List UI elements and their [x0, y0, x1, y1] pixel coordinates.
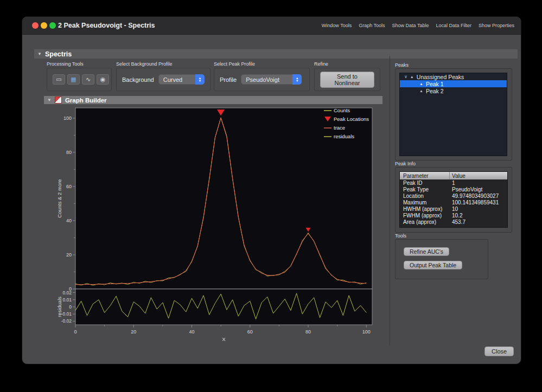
peak-info-panel-label: Peak Info: [395, 161, 416, 166]
peak-icon: ▲: [419, 89, 423, 93]
close-window-button[interactable]: [32, 22, 39, 29]
legend-label[interactable]: Counts: [334, 107, 350, 113]
y-tick-label: 80: [66, 150, 72, 155]
column-header-parameter: Parameter: [400, 172, 450, 179]
grid-icon: ▦: [71, 76, 76, 82]
close-button[interactable]: Close: [484, 346, 514, 356]
selection-rect-icon: ▭: [56, 76, 61, 82]
x-tick-label: 0: [74, 329, 76, 335]
x-tick-label: 40: [189, 329, 195, 335]
peak-group-icon: ▲: [410, 75, 414, 79]
peak-shape-tool-button[interactable]: ∿: [82, 74, 94, 85]
background-field-label: Background: [122, 76, 154, 83]
table-row: Area (approx)453.7: [400, 219, 507, 225]
table-row: Maximum100.141349859431: [400, 199, 507, 205]
background-profile-label: Select Background Profile: [116, 61, 211, 67]
menu-show-properties[interactable]: Show Properties: [479, 23, 514, 28]
desktop-background: 2 Peak Pseudovoigt - Spectris Window Too…: [0, 0, 542, 392]
tree-item-peak-1[interactable]: ▲ Peak 1: [400, 80, 507, 87]
graph-builder-section-title: Graph Builder: [65, 97, 107, 104]
refine-label: Refine: [314, 61, 380, 67]
column-header-value: Value: [450, 173, 507, 179]
point-icon: ◉: [100, 76, 106, 82]
menu-graph-tools[interactable]: Graph Tools: [359, 23, 385, 28]
disclosure-triangle-icon[interactable]: ▼: [47, 98, 52, 102]
titlebar[interactable]: 2 Peak Pseudovoigt - Spectris Window Too…: [22, 17, 521, 35]
table-row: FWHM (approx)10.2: [400, 212, 507, 219]
tree-item-label: Peak 1: [426, 81, 444, 87]
menu-show-data-table[interactable]: Show Data Table: [392, 23, 429, 28]
minimize-window-button[interactable]: [41, 22, 47, 29]
residual-tick-label: 0.02: [62, 290, 72, 295]
y-tick-label: 60: [66, 184, 72, 189]
residual-plot-area[interactable]: [75, 289, 372, 325]
refine-aucs-button[interactable]: Refine AUC's: [404, 247, 449, 256]
legend-label[interactable]: Peak Locations: [334, 116, 369, 122]
disclosure-triangle-icon[interactable]: ▼: [37, 52, 42, 56]
menu-local-data-filter[interactable]: Local Data Filter: [436, 23, 471, 28]
tree-item-label: Peak 2: [426, 88, 444, 94]
residual-tick-label: -0.01: [61, 311, 72, 317]
residual-tick-label: -0.02: [61, 318, 72, 324]
x-tick-label: 80: [305, 329, 311, 335]
processing-tools-label: Processing Tools: [47, 61, 112, 67]
graph-builder-section-header[interactable]: ▼ Graph Builder: [44, 96, 382, 104]
sidebar-divider: [390, 56, 390, 345]
processing-tools-group: Processing Tools ▭ ▦ ∿ ◉: [47, 61, 112, 91]
profile-field-label: Profile: [220, 76, 237, 83]
legend-label[interactable]: residuals: [334, 133, 354, 139]
refine-group: Refine Send to Nonlinear: [314, 61, 380, 91]
residual-tick-label: 0: [69, 304, 72, 310]
background-profile-group: Select Background Profile Background Cur…: [116, 61, 211, 91]
x-tick-label: 20: [131, 329, 136, 335]
peak-info-table: Parameter Value Peak ID1 Peak TypePseudo…: [399, 171, 508, 228]
peak-profile-label: Select Peak Profile: [214, 61, 310, 67]
y-tick-label: 100: [63, 115, 72, 121]
residual-tick-label: 0.01: [62, 297, 72, 303]
menu-window-tools[interactable]: Window Tools: [322, 23, 352, 28]
peak-info-table-header: Parameter Value: [400, 172, 507, 179]
curve-icon: ∿: [86, 76, 91, 82]
residual-axis-title: residuals: [56, 297, 62, 317]
tree-item-peak-2[interactable]: ▲ Peak 2: [400, 87, 507, 94]
stepper-down-icon: ▼: [296, 80, 298, 82]
point-tool-button[interactable]: ◉: [97, 74, 109, 85]
legend-label[interactable]: trace: [334, 125, 345, 131]
zoom-window-button[interactable]: [49, 22, 56, 29]
spectral-plot[interactable]: 020406080100-0.02-0.0100.010.02020406080…: [55, 105, 380, 343]
profile-select-value: PseudoVoigt: [246, 76, 290, 83]
main-plot-area[interactable]: [75, 108, 372, 289]
table-row: Peak ID1: [400, 179, 507, 186]
spectris-section-header[interactable]: ▼ Spectris: [34, 49, 518, 59]
stepper-arrows-icon: ▲ ▼: [195, 74, 205, 85]
table-row: HWHM (approx)10: [400, 205, 507, 212]
app-window: 2 Peak Pseudovoigt - Spectris Window Too…: [22, 16, 521, 364]
output-peak-table-button[interactable]: Output Peak Table: [404, 261, 462, 269]
profile-select[interactable]: PseudoVoigt ▲ ▼: [241, 74, 302, 85]
spectris-section-title: Spectris: [45, 50, 72, 58]
table-row: Peak TypePseudoVoigt: [400, 186, 507, 192]
send-to-nonlinear-button[interactable]: Send to Nonlinear: [320, 72, 374, 88]
tree-item-label: Unassigned Peaks: [417, 74, 464, 80]
selection-tool-button[interactable]: ▭: [53, 74, 65, 85]
x-tick-label: 60: [247, 329, 253, 335]
y-axis-title: Counts & 2 more: [56, 179, 62, 217]
peak-icon: ▲: [419, 82, 423, 86]
graph-builder-icon: [55, 97, 62, 104]
y-tick-label: 20: [66, 252, 72, 258]
x-tick-label: 100: [362, 329, 371, 335]
y-tick-label: 40: [66, 218, 72, 223]
background-select[interactable]: Curved ▲ ▼: [158, 74, 205, 85]
tools-panel-box: Refine AUC's Output Peak Table: [395, 239, 488, 279]
collapse-chevron-icon[interactable]: ∨: [404, 74, 407, 79]
x-axis-title: X: [222, 336, 226, 342]
stepper-down-icon: ▼: [199, 80, 201, 82]
background-select-value: Curved: [163, 76, 193, 83]
tree-item-unassigned-peaks[interactable]: ∨ ▲ Unassigned Peaks: [400, 73, 507, 80]
window-menubar: Window Tools Graph Tools Show Data Table…: [322, 17, 514, 34]
grid-tool-button[interactable]: ▦: [67, 74, 80, 85]
peaks-panel-label: Peaks: [395, 62, 409, 68]
peak-profile-group: Select Peak Profile Profile PseudoVoigt …: [214, 61, 310, 91]
window-title: 2 Peak Pseudovoigt - Spectris: [58, 17, 155, 34]
peaks-tree: ∨ ▲ Unassigned Peaks ▲ Peak 1 ▲ Peak 2: [399, 73, 507, 156]
